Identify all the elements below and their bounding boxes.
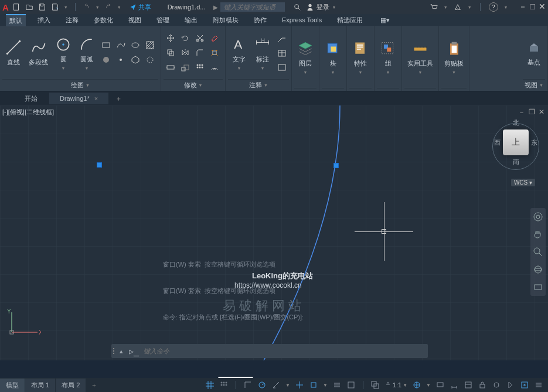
tab-output[interactable]: 输出 [181,15,201,26]
tab-annotate[interactable]: 注释 [62,15,82,26]
polyline-button[interactable]: 多段线 [27,38,50,68]
hatch-icon[interactable] [144,39,156,51]
tab-addins[interactable]: 附加模块 [209,15,242,26]
tab-insert[interactable]: 插入 [34,15,54,26]
workspace-icon[interactable] [412,380,421,390]
drawing-canvas[interactable]: [-][俯视][二维线框] － ❐ ✕ 北 西上东 南 WCS ▾ Y X 易破… [0,105,548,360]
grid-toggle-icon[interactable] [205,380,215,390]
tab-parametric[interactable]: 参数化 [90,15,117,26]
clean-screen-icon[interactable] [520,380,529,390]
ellipse-icon[interactable] [130,39,141,51]
command-line[interactable]: ▴ ▹_ [111,344,428,358]
offset-icon[interactable] [209,62,220,73]
tab-app-icon[interactable]: ▦▾ [380,16,390,24]
text-button[interactable]: A文字▼ [229,35,249,71]
pan-icon[interactable] [533,229,543,240]
rectangle-icon[interactable] [100,39,112,51]
hardware-accel-icon[interactable] [506,380,515,390]
tab-manage[interactable]: 管理 [153,15,173,26]
dimension-button[interactable]: ├┤标注▼ [253,35,273,71]
qat-dropdown[interactable]: ▼ [64,5,68,9]
leader-icon[interactable] [276,33,288,45]
login-button[interactable]: 登录▼ [306,3,336,12]
utilities-button[interactable]: 实用工具▼ [406,39,435,76]
cmdline-grip-icon[interactable] [111,348,116,354]
tab-start[interactable]: 开始 [14,92,48,105]
quickprops-icon[interactable] [464,380,473,390]
tab-view[interactable]: 视图 [125,15,145,26]
search-icon[interactable] [293,3,301,11]
annotation-scale[interactable]: 1:1▼ [384,381,407,388]
rotate-icon[interactable] [179,32,191,44]
minimize-button[interactable]: － [519,2,527,12]
cart-icon[interactable] [430,3,438,11]
transparency-icon[interactable] [346,380,356,390]
erase-icon[interactable] [209,32,220,44]
customize-icon[interactable] [534,380,543,390]
isodraft-icon[interactable] [271,380,281,390]
wcs-badge[interactable]: WCS ▾ [511,179,535,186]
layers-button[interactable]: 图层▼ [295,39,315,76]
lineweight-icon[interactable] [332,380,342,390]
properties-button[interactable]: 特性▼ [350,39,370,76]
open-icon[interactable] [25,3,33,11]
layout1-tab[interactable]: 布局 1 [25,379,55,392]
region-icon[interactable] [100,54,112,66]
annotation-monitor-icon[interactable] [435,380,445,390]
snap-toggle-icon[interactable] [219,380,229,390]
layout2-tab[interactable]: 布局 2 [56,379,86,392]
selection-cycling-icon[interactable] [370,380,380,390]
osnap-toggle-icon[interactable] [295,380,304,390]
arc-button[interactable]: 圆弧▼ [77,35,97,71]
search-dropdown-icon[interactable]: ▶ [213,4,218,11]
cmdline-history-icon[interactable]: ▴ [116,347,127,355]
save-icon[interactable] [38,3,46,11]
explode-icon[interactable] [209,47,220,59]
grip-point[interactable] [333,163,339,168]
scale-icon[interactable] [179,62,191,73]
share-button[interactable]: 共享 [130,3,151,12]
wheel-icon[interactable] [533,212,543,222]
copy-icon[interactable] [165,47,176,59]
mtext-icon[interactable] [276,62,288,73]
showmotion-icon[interactable] [533,282,543,292]
block-button[interactable]: 块▼ [323,39,343,76]
move-icon[interactable] [165,32,176,44]
redo-icon[interactable] [104,3,113,11]
grip-point[interactable] [97,162,102,168]
add-layout-button[interactable]: ＋ [86,379,102,392]
polygon-icon[interactable] [130,54,141,66]
revcloud-icon[interactable] [144,54,156,66]
spline-icon[interactable] [115,39,127,51]
units-icon[interactable] [450,380,459,390]
tab-drawing1[interactable]: Drawing1*× [49,93,108,104]
tab-express[interactable]: Express Tools [278,15,325,25]
help-icon[interactable]: ? [489,2,498,12]
mirror-icon[interactable] [179,47,191,59]
close-button[interactable]: ✕ [539,2,546,12]
view-cube[interactable]: 北 西上东 南 [494,118,537,166]
lock-ui-icon[interactable] [478,380,487,390]
otrack-toggle-icon[interactable] [309,380,318,390]
tab-featured[interactable]: 精选应用 [333,15,366,26]
search-input[interactable] [220,2,285,12]
autodesk-icon[interactable] [454,3,462,11]
tab-collab[interactable]: 协作 [250,15,270,26]
array-icon[interactable] [194,62,206,73]
saveas-icon[interactable] [51,3,59,11]
new-icon[interactable] [12,3,21,11]
close-tab-icon[interactable]: × [94,95,98,102]
add-tab-button[interactable]: ＋ [110,92,128,105]
point-icon[interactable] [115,54,127,66]
tab-default[interactable]: 默认 [6,14,26,26]
line-button[interactable]: 直线 [4,38,23,68]
ortho-toggle-icon[interactable] [243,380,253,390]
group-button[interactable]: 组▼ [378,39,398,76]
polar-toggle-icon[interactable] [257,380,267,390]
command-input[interactable] [141,345,428,357]
orbit-icon[interactable] [533,264,543,275]
clipboard-button[interactable]: 剪贴板▼ [443,39,465,76]
circle-button[interactable]: 圆▼ [53,35,73,71]
model-tab[interactable]: 模型 [0,379,25,392]
basepoint-button[interactable]: 基点 [524,38,544,68]
